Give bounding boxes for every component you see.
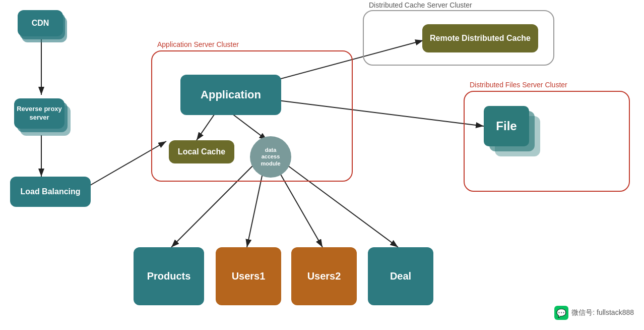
deal-node: Deal: [368, 247, 433, 305]
watermark: 💬 微信号: fullstack888: [554, 306, 634, 320]
reverse-proxy-stack: Reverse proxy server: [14, 98, 75, 139]
application-node: Application: [180, 75, 281, 115]
watermark-text: 微信号: fullstack888: [571, 308, 634, 317]
reverse-proxy-label: Reverse proxy server: [14, 105, 65, 122]
file-stack: File: [484, 106, 549, 161]
cdn-stack: CDN: [18, 10, 68, 46]
local-cache-node: Local Cache: [169, 140, 234, 163]
remote-cache-node: Remote Distributed Cache: [422, 24, 538, 52]
cache-cluster-label: Distributed Cache Server Cluster: [369, 1, 472, 9]
products-node: Products: [134, 247, 204, 305]
data-module-node: data access module: [250, 136, 291, 178]
files-cluster-label: Distributed Files Server Cluster: [470, 81, 567, 89]
app-cluster-label: Application Server Cluster: [157, 40, 239, 48]
users2-node: Users2: [291, 247, 357, 305]
load-balancing-node: Load Balancing: [10, 177, 91, 207]
cdn-label: CDN: [32, 19, 49, 28]
file-label: File: [496, 119, 517, 133]
wechat-icon: 💬: [554, 306, 568, 320]
diagram: CDN Reverse proxy server Load Balancing …: [0, 0, 644, 330]
users1-node: Users1: [216, 247, 281, 305]
